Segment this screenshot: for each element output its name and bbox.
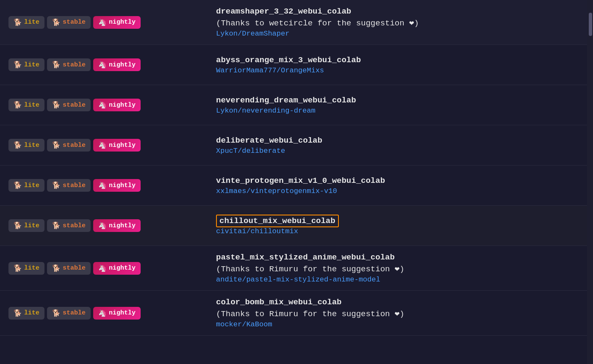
lite-label: lite (24, 265, 39, 272)
badges-cell: 🐕lite🐕stable🦄nightly (0, 300, 208, 326)
badge-lite[interactable]: 🐕lite (8, 179, 44, 192)
nightly-label: nightly (109, 222, 136, 229)
badge-lite[interactable]: 🐕lite (8, 16, 44, 29)
badges-cell: 🐕lite🐕stable🦄nightly (0, 52, 208, 78)
content-cell: abyss_orange_mix_3_webui_colabWarriorMam… (208, 49, 593, 81)
lite-icon: 🐕 (14, 181, 22, 190)
model-link[interactable]: Lykon/DreamShaper (216, 30, 289, 38)
content-cell: chillout_mix_webui_colabcivitai/chillout… (208, 210, 593, 242)
lite-icon: 🐕 (14, 141, 22, 149)
stable-label: stable (63, 19, 86, 26)
badge-stable[interactable]: 🐕stable (47, 219, 91, 232)
badge-stable[interactable]: 🐕stable (47, 139, 91, 152)
lite-label: lite (24, 182, 39, 189)
badge-stable[interactable]: 🐕stable (47, 179, 91, 192)
stable-label: stable (63, 182, 86, 189)
badge-nightly[interactable]: 🦄nightly (93, 16, 141, 29)
table-row: 🐕lite🐕stable🦄nightlycolor_bomb_mix_webui… (0, 291, 593, 336)
badge-lite[interactable]: 🐕lite (8, 219, 44, 232)
stable-icon: 🐕 (52, 181, 61, 190)
model-link[interactable]: XpucT/deliberate (216, 147, 285, 155)
model-link[interactable]: Lykon/neverending-dream (216, 107, 316, 115)
suggestion-text: (Thanks to Rimuru for the suggestion ❤️) (216, 309, 585, 319)
table-row: 🐕lite🐕stable🦄nightlyneverending_dream_we… (0, 85, 593, 125)
badges-cell: 🐕lite🐕stable🦄nightly (0, 172, 208, 199)
model-name: vinte_protogen_mix_v1_0_webui_colab (216, 176, 585, 185)
nightly-icon: 🦄 (98, 141, 107, 149)
stable-icon: 🐕 (52, 141, 61, 149)
stable-label: stable (63, 222, 86, 229)
content-cell: neverending_dream_webui_colabLykon/never… (208, 89, 593, 121)
model-name: deliberate_webui_colab (216, 136, 585, 145)
content-cell: color_bomb_mix_webui_colab(Thanks to Rim… (208, 291, 593, 335)
badge-lite[interactable]: 🐕lite (8, 262, 44, 275)
lite-icon: 🐕 (14, 101, 22, 109)
content-cell: deliberate_webui_colabXpucT/deliberate (208, 129, 593, 162)
badge-nightly[interactable]: 🦄nightly (93, 307, 141, 320)
main-table: 🐕lite🐕stable🦄nightlydreamshaper_3_32_web… (0, 0, 593, 364)
highlighted-model-name: chillout_mix_webui_colab (216, 215, 339, 227)
badge-lite[interactable]: 🐕lite (8, 307, 44, 320)
table-row: 🐕lite🐕stable🦄nightlydreamshaper_3_32_web… (0, 0, 593, 45)
badge-nightly[interactable]: 🦄nightly (93, 219, 141, 232)
model-name: chillout_mix_webui_colab (216, 216, 585, 226)
model-link[interactable]: civitai/chilloutmix (216, 227, 298, 235)
model-link[interactable]: andite/pastel-mix-stylized-anime-model (216, 276, 380, 284)
lite-label: lite (24, 309, 39, 317)
badge-lite[interactable]: 🐕lite (8, 99, 44, 111)
badges-cell: 🐕lite🐕stable🦄nightly (0, 9, 208, 36)
stable-label: stable (63, 309, 86, 317)
scrollbar-thumb[interactable] (589, 13, 592, 36)
nightly-icon: 🦄 (98, 101, 107, 109)
badge-stable[interactable]: 🐕stable (47, 99, 91, 111)
badge-nightly[interactable]: 🦄nightly (93, 99, 141, 111)
suggestion-text: (Thanks to wetcircle for the suggestion … (216, 18, 585, 28)
model-name: abyss_orange_mix_3_webui_colab (216, 55, 585, 65)
model-name: dreamshaper_3_32_webui_colab (216, 7, 585, 16)
badge-nightly[interactable]: 🦄nightly (93, 58, 141, 71)
badge-lite[interactable]: 🐕lite (8, 58, 44, 71)
badges-cell: 🐕lite🐕stable🦄nightly (0, 132, 208, 158)
table-row: 🐕lite🐕stable🦄nightlydeliberate_webui_col… (0, 125, 593, 165)
badge-stable[interactable]: 🐕stable (47, 16, 91, 29)
badge-stable[interactable]: 🐕stable (47, 58, 91, 71)
nightly-label: nightly (109, 102, 136, 109)
nightly-label: nightly (109, 142, 136, 149)
badge-lite[interactable]: 🐕lite (8, 139, 44, 152)
model-link[interactable]: mocker/KaBoom (216, 320, 272, 328)
content-cell: vinte_protogen_mix_v1_0_webui_colabxxlma… (208, 169, 593, 202)
table-row: 🐕lite🐕stable🦄nightlypastel_mix_stylized_… (0, 246, 593, 291)
stable-icon: 🐕 (52, 61, 61, 69)
badges-cell: 🐕lite🐕stable🦄nightly (0, 212, 208, 239)
model-name: color_bomb_mix_webui_colab (216, 298, 585, 307)
lite-icon: 🐕 (14, 264, 22, 273)
model-link[interactable]: xxlmaes/vinteprotogenmix-v10 (216, 187, 337, 195)
badges-cell: 🐕lite🐕stable🦄nightly (0, 92, 208, 118)
badges-cell: 🐕lite🐕stable🦄nightly (0, 255, 208, 281)
nightly-label: nightly (109, 265, 136, 272)
content-cell: dreamshaper_3_32_webui_colab(Thanks to w… (208, 0, 593, 44)
lite-label: lite (24, 61, 39, 69)
nightly-icon: 🦄 (98, 309, 107, 317)
badge-stable[interactable]: 🐕stable (47, 262, 91, 275)
nightly-label: nightly (109, 61, 136, 69)
lite-icon: 🐕 (14, 18, 22, 27)
suggestion-text: (Thanks to Rimuru for the suggestion ❤️) (216, 264, 585, 274)
stable-label: stable (63, 102, 86, 109)
badge-nightly[interactable]: 🦄nightly (93, 139, 141, 152)
scrollbar[interactable] (587, 0, 593, 364)
badge-stable[interactable]: 🐕stable (47, 307, 91, 320)
lite-label: lite (24, 142, 39, 149)
model-name: pastel_mix_stylized_anime_webui_colab (216, 253, 585, 262)
lite-icon: 🐕 (14, 61, 22, 69)
nightly-icon: 🦄 (98, 264, 107, 273)
stable-icon: 🐕 (52, 264, 61, 273)
stable-icon: 🐕 (52, 101, 61, 109)
nightly-icon: 🦄 (98, 221, 107, 230)
badge-nightly[interactable]: 🦄nightly (93, 262, 141, 275)
badge-nightly[interactable]: 🦄nightly (93, 179, 141, 192)
stable-label: stable (63, 61, 86, 69)
model-link[interactable]: WarriorMama777/OrangeMixs (216, 66, 324, 74)
nightly-label: nightly (109, 182, 136, 189)
lite-icon: 🐕 (14, 221, 22, 230)
